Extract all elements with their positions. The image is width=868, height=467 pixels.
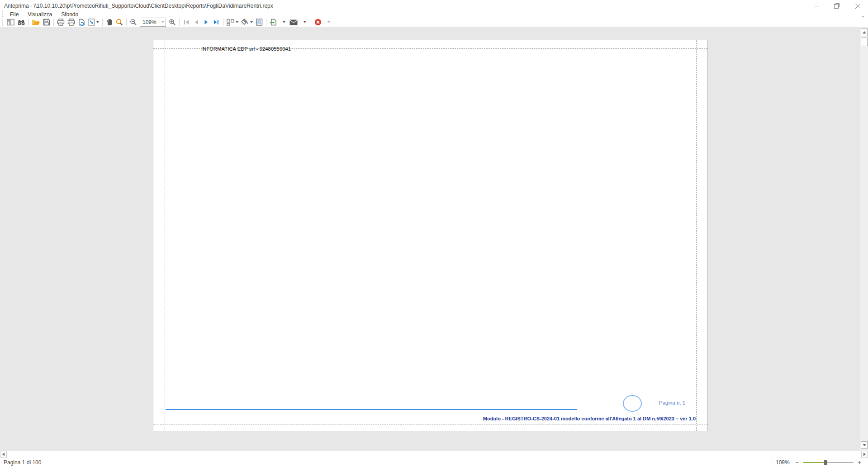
zoom-slider-track[interactable] <box>803 459 854 465</box>
hand-tool-icon <box>106 19 113 26</box>
document-map-icon <box>7 19 14 26</box>
zoom-decrease-icon[interactable]: − <box>794 459 800 466</box>
horizontal-scrollbar[interactable] <box>0 451 868 457</box>
toolbar-separator <box>53 19 54 26</box>
magnifier-button[interactable] <box>114 18 124 27</box>
menu-sfondo[interactable]: Sfondo <box>57 12 83 18</box>
close-button[interactable] <box>847 0 868 12</box>
restore-button[interactable] <box>826 0 847 12</box>
zoom-in-button[interactable] <box>167 18 177 27</box>
zoom-increase-icon[interactable]: + <box>856 459 863 466</box>
email-dropdown-icon <box>304 21 306 23</box>
report-page: INFORMATICA EDP srl - 02480550041 Pagina… <box>153 40 708 431</box>
export-dropdown-icon <box>283 21 285 23</box>
multipage-dropdown-icon[interactable] <box>236 21 238 23</box>
left-margin-guide <box>165 40 165 431</box>
report-header-text: INFORMATICA EDP srl - 02480550041 <box>201 46 291 52</box>
scroll-right-button[interactable] <box>861 451 868 457</box>
toolbar-separator <box>311 19 311 26</box>
first-page-icon <box>183 19 190 25</box>
scroll-left-button[interactable] <box>0 451 7 457</box>
menubar: File Visualizza Sfondo <box>0 12 868 18</box>
window-title: Anteprima - \\10.10.10.20\p\PrometeoRifi… <box>0 3 806 9</box>
previous-page-icon <box>194 19 199 25</box>
zoom-slider[interactable]: − + <box>794 459 863 466</box>
scroll-down-button[interactable] <box>861 441 868 449</box>
watermark-icon <box>256 19 263 26</box>
toolbar-separator <box>266 19 266 26</box>
zoom-slider-fill <box>803 462 825 463</box>
scroll-left-icon <box>2 453 5 456</box>
print-button[interactable] <box>56 18 66 27</box>
toolbar-overflow-icon[interactable] <box>862 16 864 18</box>
search-button[interactable] <box>16 18 27 27</box>
titlebar: Anteprima - \\10.10.10.20\p\PrometeoRifi… <box>0 0 868 12</box>
page-color-button[interactable] <box>240 18 254 27</box>
toolbar-separator <box>179 19 180 26</box>
toolbar-separator <box>102 19 103 26</box>
export-document-icon <box>270 19 277 26</box>
page-color-dropdown-icon[interactable] <box>250 21 253 23</box>
scroll-down-icon <box>863 444 866 446</box>
last-page-button[interactable] <box>211 18 221 27</box>
document-map-button[interactable] <box>5 18 16 27</box>
right-margin-guide <box>696 40 697 431</box>
save-button[interactable] <box>42 18 52 27</box>
stamp-circle <box>623 395 642 412</box>
multipage-view-button[interactable] <box>225 18 240 27</box>
vertical-scrollbar[interactable] <box>860 27 868 451</box>
status-separator <box>772 459 772 466</box>
open-button[interactable] <box>31 18 42 27</box>
toolbar-separator <box>223 19 223 26</box>
minimize-icon <box>814 4 819 9</box>
window-controls <box>806 0 868 12</box>
scroll-up-button[interactable] <box>861 29 868 36</box>
preview-window: Anteprima - \\10.10.10.20\p\PrometeoRifi… <box>0 0 868 467</box>
close-preview-dropdown-icon <box>327 21 330 23</box>
signature-line <box>166 409 577 410</box>
export-dropdown-button[interactable] <box>278 18 288 27</box>
previous-page-button[interactable] <box>191 18 201 27</box>
first-page-button[interactable] <box>181 18 191 27</box>
zoom-combo[interactable]: 109% <box>140 18 166 27</box>
menu-visualizza[interactable]: Visualizza <box>23 12 57 18</box>
document-viewport[interactable]: INFORMATICA EDP srl - 02480550041 Pagina… <box>0 27 868 451</box>
menu-file[interactable]: File <box>5 12 23 18</box>
close-preview-button[interactable] <box>313 18 323 27</box>
zoom-out-icon <box>130 19 137 26</box>
toolbar-grip-handle[interactable] <box>1 19 4 26</box>
page-setup-icon <box>78 19 85 26</box>
send-email-button[interactable] <box>288 18 299 27</box>
zoom-combo-dropdown[interactable] <box>159 18 166 26</box>
open-icon <box>32 19 40 26</box>
search-icon <box>17 19 25 26</box>
watermark-button[interactable] <box>254 18 264 27</box>
quick-print-button[interactable] <box>66 18 76 27</box>
zoom-out-button[interactable] <box>128 18 138 27</box>
report-footer-text: Modulo - REGISTRO-CS-2024-01 modello con… <box>483 416 696 421</box>
close-preview-dropdown-button[interactable] <box>323 18 333 27</box>
toolbar: 109% <box>0 18 868 27</box>
statusbar: Pagina 1 di 100 109% − + <box>0 457 868 467</box>
email-dropdown-button[interactable] <box>299 18 309 27</box>
zoom-slider-thumb[interactable] <box>824 460 827 465</box>
status-zoom-label: 109% <box>776 459 794 466</box>
close-icon <box>855 4 860 9</box>
next-page-button[interactable] <box>201 18 211 27</box>
scale-button[interactable] <box>86 18 100 27</box>
save-icon <box>43 19 50 26</box>
scale-icon <box>88 19 95 26</box>
vertical-scroll-thumb[interactable] <box>861 38 868 46</box>
zoom-combo-value[interactable]: 109% <box>140 19 159 25</box>
page-setup-button[interactable] <box>76 18 86 27</box>
export-document-button[interactable] <box>268 18 278 27</box>
chevron-down-icon <box>161 21 164 23</box>
zoom-in-icon <box>169 19 176 26</box>
hand-tool-button[interactable] <box>104 18 114 27</box>
scale-dropdown-icon[interactable] <box>96 21 99 23</box>
status-page-info: Pagina 1 di 100 <box>0 459 768 466</box>
minimize-button[interactable] <box>806 0 826 12</box>
scroll-up-icon <box>863 31 866 33</box>
toolbar-separator <box>28 19 29 26</box>
scroll-right-icon <box>863 453 866 456</box>
